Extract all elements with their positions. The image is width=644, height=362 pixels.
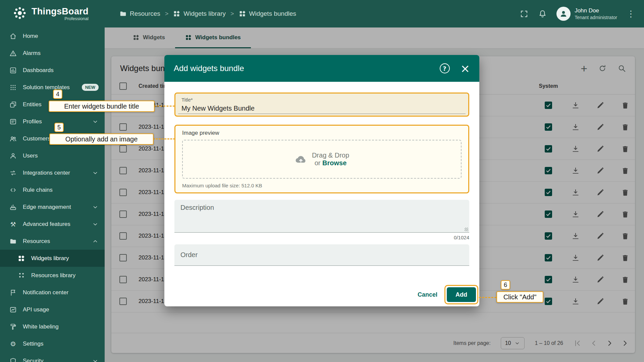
sidebar-item-resources-library[interactable]: Resources library — [0, 267, 105, 284]
sidebar-item-label: Edge management — [23, 204, 71, 210]
chevron-up-icon — [92, 238, 99, 245]
breadcrumb-label: Resources — [130, 10, 160, 17]
notifications-bell-icon[interactable] — [538, 9, 547, 18]
thingsboard-logo[interactable]: ThingsBoard Professional — [0, 5, 105, 22]
order-label: Order — [180, 251, 198, 259]
title-input[interactable]: Title* — [174, 93, 469, 117]
image-preview-label: Image preview — [182, 130, 462, 136]
breadcrumb-resources[interactable]: Resources — [119, 10, 160, 17]
breadcrumb-widgets-bundles[interactable]: Widgets bundles — [239, 10, 296, 17]
sidebar-item-label: Customers — [23, 135, 50, 142]
sidebar-item-profiles[interactable]: Profiles — [0, 113, 105, 130]
user-name: John Doe — [575, 7, 617, 14]
folder-icon — [119, 10, 127, 17]
close-icon[interactable]: × — [461, 63, 470, 74]
sidebar-item-label: Entities — [23, 101, 42, 108]
avatar — [556, 7, 571, 21]
breadcrumb-label: Widgets bundles — [249, 10, 296, 17]
image-dropzone[interactable]: Drag & Drop or Browse — [182, 140, 462, 179]
solution-templates-icon — [9, 84, 17, 91]
title-field-label: Title* — [181, 97, 462, 103]
breadcrumb-widgets-library[interactable]: Widgets library — [173, 10, 226, 17]
sidebar-item-label: Settings — [23, 341, 43, 347]
sidebar-item-label: Security — [23, 358, 43, 362]
sidebar-item-label: Home — [23, 33, 38, 40]
order-input[interactable]: Order — [174, 244, 469, 266]
image-preview-section: Image preview Drag & Drop or Browse Maxi… — [174, 125, 469, 193]
sidebar-item-integrations-center[interactable]: Integrations center — [0, 164, 105, 181]
integrations-icon — [9, 169, 17, 177]
widgets-bundle-icon — [239, 10, 246, 17]
sidebar-item-label: Profiles — [23, 118, 42, 125]
sidebar-item-label: API usage — [23, 306, 49, 313]
description-textarea[interactable]: Description — [174, 200, 469, 233]
paint-roller-icon — [9, 323, 17, 330]
breadcrumb-label: Widgets library — [183, 10, 226, 17]
sidebar-item-advanced-features[interactable]: ⚒ Advanced features — [0, 216, 105, 233]
resize-handle-icon[interactable] — [465, 228, 468, 231]
sidebar-item-settings[interactable]: ⚙ Settings — [0, 335, 105, 352]
cancel-button[interactable]: Cancel — [418, 291, 437, 298]
sidebar-item-edge-management[interactable]: Edge management — [0, 198, 105, 216]
sidebar-item-alarms[interactable]: Alarms — [0, 45, 105, 62]
sidebar-item-label: Alarms — [23, 50, 41, 57]
settings-gear-icon: ⚙ — [9, 340, 17, 348]
help-icon[interactable]: ? — [440, 63, 450, 73]
chevron-down-icon — [92, 358, 99, 362]
annotation-step-4-connector — [154, 106, 175, 107]
edge-management-icon — [9, 203, 17, 211]
user-role: Tenant administrator — [575, 15, 617, 20]
sidebar-item-label: Solution templates — [23, 84, 70, 91]
sidebar-item-label: Dashboards — [23, 67, 54, 74]
profiles-icon — [9, 118, 17, 125]
chevron-down-icon — [92, 118, 99, 125]
widgets-icon — [173, 10, 180, 17]
advanced-features-icon: ⚒ — [9, 221, 17, 228]
sidebar-item-widgets-library[interactable]: Widgets library — [0, 250, 105, 267]
annotation-step-5-number: 5 — [54, 123, 64, 132]
sidebar-item-label: Widgets library — [31, 255, 69, 262]
sidebar-item-label: Integrations center — [23, 170, 70, 176]
resources-library-icon — [17, 272, 25, 279]
add-widgets-bundle-dialog: Add widgets bundle ? × Title* Image prev… — [164, 55, 479, 306]
add-button[interactable]: Add — [447, 287, 476, 302]
top-bar: ThingsBoard Professional Resources > Wid… — [0, 0, 644, 27]
widgets-icon — [17, 255, 25, 262]
entities-icon — [9, 101, 17, 108]
breadcrumb: Resources > Widgets library > Widgets bu… — [119, 10, 296, 17]
brand-edition: Professional — [32, 16, 89, 21]
or-text: or — [315, 159, 321, 167]
sidebar-item-api-usage[interactable]: API usage — [0, 301, 105, 318]
sidebar-item-home[interactable]: Home — [0, 27, 105, 45]
annotation-step-6-label: Click "Add" — [496, 291, 543, 303]
sidebar-item-white-labeling[interactable]: White labeling — [0, 318, 105, 335]
shield-icon — [9, 357, 17, 362]
browse-link[interactable]: Browse — [322, 159, 346, 167]
sidebar-item-resources[interactable]: Resources — [0, 233, 105, 250]
annotation-step-6-connector — [479, 297, 496, 298]
dashboards-icon — [9, 67, 17, 74]
sidebar-item-security[interactable]: Security — [0, 352, 105, 362]
fullscreen-icon[interactable] — [520, 9, 529, 18]
cloud-upload-icon — [294, 153, 307, 166]
more-vert-icon[interactable]: ⋮ — [627, 9, 635, 18]
chevron-down-icon — [92, 170, 99, 176]
sidebar-item-notification-center[interactable]: Notification center — [0, 284, 105, 301]
title-input-value[interactable] — [181, 105, 462, 112]
chevron-down-icon — [92, 221, 99, 228]
sidebar-item-label: Users — [23, 153, 38, 159]
rule-chains-icon — [9, 186, 17, 194]
sidebar-item-dashboards[interactable]: Dashboards — [0, 62, 105, 79]
annotation-step-5-connector — [153, 138, 175, 139]
description-label: Description — [180, 204, 214, 211]
notification-flag-icon — [9, 289, 17, 296]
user-icon — [9, 152, 17, 160]
home-icon — [9, 33, 17, 40]
sidebar-item-rule-chains[interactable]: Rule chains — [0, 181, 105, 198]
sidebar: Home Alarms Dashboards Solution template… — [0, 27, 105, 362]
breadcrumb-separator: > — [165, 10, 169, 17]
sidebar-item-solution-templates[interactable]: Solution templates NEW — [0, 79, 105, 96]
drag-drop-text: Drag & Drop — [312, 152, 349, 159]
sidebar-item-users[interactable]: Users — [0, 147, 105, 164]
user-menu[interactable]: John Doe Tenant administrator — [556, 7, 617, 21]
